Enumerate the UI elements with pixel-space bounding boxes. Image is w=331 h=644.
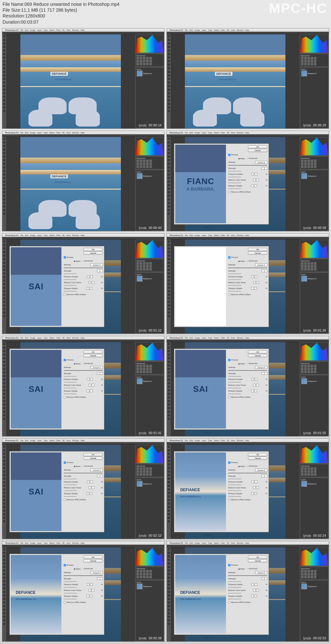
menu-item[interactable]: Image [30,132,36,134]
tool-button[interactable] [167,473,170,477]
menu-item[interactable]: Edit [189,542,193,544]
settings-dropdown[interactable]: Default ▾ [91,571,103,574]
menu-item[interactable]: Edit [25,439,28,441]
layer-row[interactable]: Background [301,173,327,179]
tool-button[interactable] [167,106,170,109]
tool-button[interactable] [3,353,6,356]
tool-button[interactable] [3,304,6,307]
menu-item[interactable]: Layer [201,132,206,134]
menu-item[interactable]: Help [245,29,249,31]
menu-item[interactable]: Type [43,439,48,441]
tool-button[interactable] [167,498,170,502]
tool-button[interactable] [3,151,6,155]
reduce-color-slider[interactable] [64,490,77,491]
menu-item[interactable]: Window [237,29,243,31]
advanced-radio[interactable]: ○ Advanced [247,568,257,570]
tool-button[interactable] [167,99,170,102]
zoom-controls[interactable]: ⊖ 100% ⊕ [203,637,212,638]
dialog-preview[interactable]: SAI [175,350,226,428]
tool-button[interactable] [3,580,6,583]
tool-button[interactable] [3,597,6,601]
tool-button[interactable] [167,95,170,98]
tool-button[interactable] [167,180,170,183]
tool-button[interactable] [167,293,170,296]
tool-button[interactable] [167,371,170,374]
tool-button[interactable] [167,414,170,417]
menu-item[interactable]: 3D [62,132,65,134]
strength-slider[interactable] [64,376,77,377]
thumbnail[interactable]: Photoshop CC FileEditImageLayerTypeSelec… [2,28,165,129]
tool-button[interactable] [167,297,170,300]
tool-button[interactable] [167,615,170,618]
menu-item[interactable]: Type [43,234,48,236]
tool-button[interactable] [3,307,6,311]
tool-button[interactable] [167,520,170,523]
jpeg-checkbox[interactable] [228,601,230,604]
dialog-preview[interactable]: DEFIANCE NTA BARBARA,CA [175,452,226,531]
tool-button[interactable] [3,70,6,73]
tool-button[interactable] [167,268,170,272]
tool-button[interactable] [167,162,170,165]
menu-item[interactable]: Edit [189,234,193,236]
tool-button[interactable] [3,88,6,91]
tool-button[interactable] [167,385,170,388]
tool-button[interactable] [167,205,170,208]
layer-row[interactable]: Background [301,378,327,384]
zoom-controls[interactable]: ⊖ 100% ⊕ [203,431,212,433]
preserve-input[interactable]: 60 [87,275,93,278]
preserve-slider[interactable] [64,484,77,485]
tool-button[interactable] [167,137,170,140]
preserve-input[interactable]: 60 [87,378,93,381]
tool-button[interactable] [3,449,6,452]
tool-button[interactable] [3,389,6,392]
sharpen-slider[interactable] [228,496,241,497]
tool-button[interactable] [167,275,170,279]
menu-item[interactable]: Help [80,234,84,236]
cancel-button[interactable]: Cancel [83,251,103,255]
ok-button[interactable]: OK [83,248,103,251]
cancel-button[interactable]: Cancel [248,354,267,357]
menu-item[interactable]: Help [245,542,249,544]
settings-dropdown[interactable]: Default ▾ [91,366,103,369]
strength-input[interactable]: 6 [97,577,103,580]
basic-radio[interactable]: ◉ Basic [238,568,245,570]
cancel-button[interactable]: Cancel [248,149,267,152]
cancel-button[interactable]: Cancel [248,251,267,255]
basic-radio[interactable]: ◉ Basic [74,260,80,262]
tool-button[interactable] [3,243,6,247]
tool-button[interactable] [3,477,6,480]
basic-radio[interactable]: ◉ Basic [238,465,245,467]
tool-button[interactable] [3,385,6,388]
tool-button[interactable] [167,81,170,84]
tool-button[interactable] [167,191,170,194]
tool-button[interactable] [3,456,6,459]
menu-item[interactable]: Layer [201,542,206,544]
tool-button[interactable] [3,548,6,551]
menu-item[interactable]: Help [245,234,249,236]
layer-row[interactable]: Background [136,583,163,590]
menu-item[interactable]: Filter [56,132,60,134]
tool-button[interactable] [3,459,6,462]
tool-button[interactable] [3,258,6,261]
tool-button[interactable] [167,392,170,395]
tool-button[interactable] [3,481,6,484]
menu-item[interactable]: 3D [62,337,65,339]
layer-row[interactable]: Background [136,481,163,487]
menu-item[interactable]: Window [72,234,79,236]
ok-button[interactable]: OK [83,556,103,559]
canvas-area[interactable]: DEFIANCE SANTA BARBARA,CA [171,34,300,128]
tool-button[interactable] [167,548,170,551]
tool-button[interactable] [167,456,170,459]
menu-item[interactable]: 3D [227,29,229,31]
menu-item[interactable]: Type [43,132,48,134]
tool-button[interactable] [3,505,6,509]
tool-button[interactable] [167,300,170,304]
tool-button[interactable] [3,594,6,597]
cancel-button[interactable]: Cancel [248,559,267,562]
menu-item[interactable]: Layer [37,337,42,339]
tool-button[interactable] [167,558,170,561]
preview-checkbox[interactable] [64,256,66,259]
tool-button[interactable] [167,477,170,480]
tool-button[interactable] [3,371,6,374]
menu-item[interactable]: Window [237,132,243,134]
